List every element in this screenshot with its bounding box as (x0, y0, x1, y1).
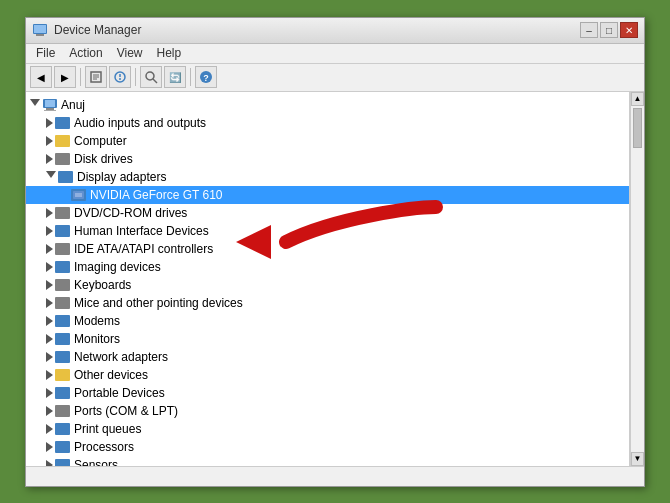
item-label-keyboards: Keyboards (74, 278, 131, 292)
tree-item-portable[interactable]: Portable Devices (26, 384, 629, 402)
tree-item-audio[interactable]: Audio inputs and outputs (26, 114, 629, 132)
svg-point-10 (146, 72, 154, 80)
expand-icon[interactable] (46, 388, 53, 398)
computer-icon (55, 134, 71, 148)
expand-icon[interactable] (46, 370, 53, 380)
item-label-root: Anuj (61, 98, 85, 112)
expand-icon[interactable] (46, 262, 53, 272)
tree-item-hid[interactable]: Human Interface Devices (26, 222, 629, 240)
toolbar-separator-1 (80, 68, 81, 86)
tree-item-ports[interactable]: Ports (COM & LPT) (26, 402, 629, 420)
properties-button[interactable] (85, 66, 107, 88)
svg-rect-36 (55, 405, 70, 417)
tree-item-other[interactable]: Other devices (26, 366, 629, 384)
svg-rect-16 (46, 108, 54, 110)
scroll-down-button[interactable]: ▼ (631, 452, 644, 466)
svg-rect-31 (55, 315, 70, 327)
svg-rect-1 (36, 34, 44, 36)
close-button[interactable]: ✕ (620, 22, 638, 38)
expand-icon[interactable] (46, 208, 53, 218)
portable-icon (55, 386, 71, 400)
tree-item-ide[interactable]: IDE ATA/ATAPI controllers (26, 240, 629, 258)
collapse-icon[interactable] (30, 99, 40, 111)
tree-item-root[interactable]: Anuj (26, 96, 629, 114)
menu-view[interactable]: View (111, 44, 149, 62)
menu-action[interactable]: Action (63, 44, 108, 62)
expand-icon[interactable] (46, 316, 53, 326)
scrollbar[interactable]: ▲ ▼ (630, 92, 644, 466)
svg-rect-18 (55, 117, 70, 129)
expand-icon[interactable] (46, 298, 53, 308)
audio-icon (55, 116, 71, 130)
svg-rect-2 (34, 25, 46, 33)
expand-icon[interactable] (46, 442, 53, 452)
expand-icon[interactable] (46, 154, 53, 164)
svg-rect-24 (75, 193, 82, 197)
device-manager-window: Device Manager – □ ✕ File Action View He… (25, 17, 645, 487)
menu-file[interactable]: File (30, 44, 61, 62)
tree-item-display[interactable]: Display adapters (26, 168, 629, 186)
item-label-print: Print queues (74, 422, 141, 436)
refresh-button[interactable]: 🔄 (164, 66, 186, 88)
toolbar-separator-2 (135, 68, 136, 86)
sensor-icon (55, 458, 71, 466)
tree-item-monitors[interactable]: Monitors (26, 330, 629, 348)
tree-item-sensors[interactable]: Sensors (26, 456, 629, 466)
expand-icon[interactable] (46, 226, 53, 236)
svg-rect-37 (55, 423, 70, 435)
back-button[interactable]: ◀ (30, 66, 52, 88)
nvidia-icon (71, 188, 87, 202)
scroll-up-button[interactable]: ▲ (631, 92, 644, 106)
tree-item-dvd[interactable]: DVD/CD-ROM drives (26, 204, 629, 222)
svg-point-9 (119, 78, 121, 80)
modem-icon (55, 314, 71, 328)
tree-item-processors[interactable]: Processors (26, 438, 629, 456)
svg-rect-34 (55, 369, 70, 381)
expand-icon[interactable] (46, 352, 53, 362)
tree-item-disk[interactable]: Disk drives (26, 150, 629, 168)
item-label-computer: Computer (74, 134, 127, 148)
device-tree[interactable]: Anuj Audio inputs and outputs Computer D… (26, 92, 630, 466)
item-label-modems: Modems (74, 314, 120, 328)
tree-item-modems[interactable]: Modems (26, 312, 629, 330)
maximize-button[interactable]: □ (600, 22, 618, 38)
scroll-thumb[interactable] (633, 108, 642, 148)
item-label-dvd: DVD/CD-ROM drives (74, 206, 187, 220)
help-button[interactable]: ? (195, 66, 217, 88)
item-label-ports: Ports (COM & LPT) (74, 404, 178, 418)
expand-icon[interactable] (46, 136, 53, 146)
minimize-button[interactable]: – (580, 22, 598, 38)
menu-help[interactable]: Help (151, 44, 188, 62)
title-bar: Device Manager – □ ✕ (26, 18, 644, 44)
tree-item-mice[interactable]: Mice and other pointing devices (26, 294, 629, 312)
tree-item-nvidia[interactable]: NVIDIA GeForce GT 610 (26, 186, 629, 204)
svg-rect-33 (55, 351, 70, 363)
expand-icon[interactable] (46, 334, 53, 344)
collapse-icon[interactable] (46, 171, 56, 183)
tree-item-print[interactable]: Print queues (26, 420, 629, 438)
expand-icon[interactable] (46, 406, 53, 416)
expand-icon[interactable] (46, 244, 53, 254)
item-label-other: Other devices (74, 368, 148, 382)
tree-item-network[interactable]: Network adapters (26, 348, 629, 366)
imaging-icon (55, 260, 71, 274)
other-icon (55, 368, 71, 382)
svg-rect-38 (55, 441, 70, 453)
tree-item-keyboards[interactable]: Keyboards (26, 276, 629, 294)
forward-button[interactable]: ▶ (54, 66, 76, 88)
svg-rect-17 (44, 110, 56, 111)
update-driver-button[interactable] (109, 66, 131, 88)
expand-icon[interactable] (46, 460, 53, 466)
tree-item-imaging[interactable]: Imaging devices (26, 258, 629, 276)
tree-item-computer[interactable]: Computer (26, 132, 629, 150)
item-label-disk: Disk drives (74, 152, 133, 166)
item-label-processors: Processors (74, 440, 134, 454)
svg-rect-30 (55, 297, 70, 309)
expand-icon[interactable] (46, 424, 53, 434)
app-icon (32, 22, 48, 38)
expand-icon[interactable] (46, 118, 53, 128)
expand-icon[interactable] (46, 280, 53, 290)
scan-button[interactable] (140, 66, 162, 88)
hid-icon (55, 224, 71, 238)
svg-rect-35 (55, 387, 70, 399)
